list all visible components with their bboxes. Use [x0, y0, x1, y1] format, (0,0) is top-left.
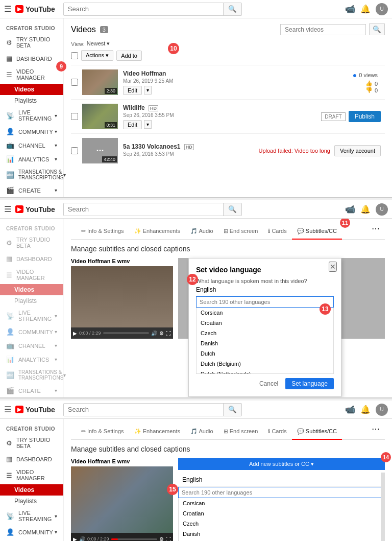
sidebar-item-analytics[interactable]: 📊 ANALYTICS ▾: [0, 152, 63, 166]
cancel-button[interactable]: Cancel: [255, 378, 282, 389]
sidebar-sub-videos-2[interactable]: Videos: [0, 284, 63, 295]
play-button-2[interactable]: ▶: [73, 331, 77, 336]
sidebar-sub-playlists-2[interactable]: Playlists: [0, 295, 63, 307]
sidebar-item-translations-2[interactable]: 🔤TRANSLATIONS & TRANSCRIPTIONS▾: [0, 366, 63, 384]
verify-account-button[interactable]: Verify account: [334, 145, 381, 156]
lang-item-corsican-3[interactable]: Corsican: [179, 498, 384, 508]
sidebar-item-community-3[interactable]: 👤COMMUNITY▾: [0, 525, 63, 539]
edit-button-1[interactable]: Edit: [123, 86, 142, 95]
hamburger-menu-2[interactable]: ☰: [4, 204, 11, 214]
lang-item-croatian[interactable]: Croatian: [197, 318, 333, 328]
search-button-1[interactable]: 🔍: [223, 3, 241, 15]
video-camera-icon-2[interactable]: 📹: [345, 204, 355, 214]
tab-cards-2[interactable]: ℹ Cards: [263, 224, 291, 240]
volume-button-3[interactable]: 🔊: [79, 536, 85, 542]
select-all-checkbox[interactable]: [71, 52, 78, 59]
lang-search-input[interactable]: [196, 296, 334, 308]
search-videos-input[interactable]: [280, 24, 366, 35]
sidebar-item-try-studio-2[interactable]: ⚙TRY STUDIO BETA: [0, 233, 63, 252]
sidebar-item-vm-2[interactable]: ☰VIDEO MANAGER: [0, 266, 63, 284]
video-camera-icon[interactable]: 📹: [345, 4, 355, 14]
lang-item-croatian-3[interactable]: Croatian: [179, 508, 384, 519]
edit-dropdown-2[interactable]: ▾: [144, 120, 152, 129]
lang-item-czech[interactable]: Czech: [197, 328, 333, 338]
sidebar-item-community-2[interactable]: 👤COMMUNITY▾: [0, 325, 63, 339]
avatar-3[interactable]: U: [376, 404, 388, 416]
tab-subtitles-2[interactable]: 💬 Subtitles/CC 11: [292, 224, 342, 240]
sidebar-item-create[interactable]: 🎬 CREATE ▾: [0, 183, 63, 197]
lang-item-dutch-3[interactable]: Dutch: [179, 539, 384, 541]
search-input-2[interactable]: [64, 203, 223, 216]
search-input-1[interactable]: [64, 3, 223, 15]
publish-button[interactable]: Publish: [349, 111, 381, 122]
sidebar-item-dashboard[interactable]: ▦ DASHBOARD: [0, 52, 63, 65]
sidebar-item-community[interactable]: 👤 COMMUNITY ▾: [0, 125, 63, 138]
actions-button[interactable]: Actions ▾: [81, 50, 113, 61]
hamburger-menu-3[interactable]: ☰: [4, 405, 11, 414]
sidebar-sub-playlists-3[interactable]: Playlists: [0, 496, 63, 507]
lang-item-danish-3[interactable]: Danish: [179, 529, 384, 539]
video-checkbox-1[interactable]: [71, 79, 78, 86]
sidebar-item-channel-3[interactable]: 📺CHANNEL▾: [0, 539, 63, 541]
sidebar-item-video-manager[interactable]: ☰ VIDEO MANAGER 9: [0, 65, 63, 84]
search-button-3[interactable]: 🔍: [223, 404, 241, 416]
sidebar-item-analytics-2[interactable]: 📊ANALYTICS▾: [0, 352, 63, 366]
scrollbar-3[interactable]: [381, 473, 385, 541]
sidebar-item-try-studio-3[interactable]: ⚙TRY STUDIO BETA: [0, 434, 63, 452]
sidebar-item-channel[interactable]: 📺 CHANNEL ▾: [0, 138, 63, 152]
tab-enhancements-3[interactable]: ✨ Enhancements: [129, 424, 185, 440]
settings-button-2[interactable]: ⚙: [159, 331, 164, 336]
search-button-2[interactable]: 🔍: [223, 203, 241, 216]
tab-subtitles-3[interactable]: 💬 Subtitles/CC: [292, 424, 342, 440]
sidebar-item-try-studio[interactable]: ⚙ TRY STUDIO BETA: [0, 33, 63, 52]
volume-button-2[interactable]: 🔊: [151, 331, 157, 336]
lang-item-danish[interactable]: Danish: [197, 338, 333, 348]
tab-audio-2[interactable]: 🎵 Audio: [185, 224, 218, 240]
lang-item-czech-3[interactable]: Czech: [179, 519, 384, 529]
hamburger-menu[interactable]: ☰: [4, 4, 11, 14]
sidebar-item-vm-3[interactable]: ☰VIDEO MANAGER: [0, 466, 63, 484]
play-button-3[interactable]: ▶: [73, 536, 77, 542]
tab-audio-3[interactable]: 🎵 Audio: [185, 424, 218, 440]
edit-button-2[interactable]: Edit: [123, 120, 142, 129]
add-subtitle-bar-3[interactable]: Add new subtitles or CC ▾ 14: [178, 458, 385, 470]
set-language-button[interactable]: Set language: [285, 378, 334, 389]
avatar-1[interactable]: U: [376, 3, 388, 15]
modal-close-button[interactable]: ✕: [329, 262, 337, 272]
lang-item-dutch-nl[interactable]: Dutch (Netherlands): [197, 369, 333, 374]
sidebar-sub-videos-3[interactable]: Videos: [0, 484, 63, 496]
video-checkbox-2[interactable]: [71, 113, 78, 120]
edit-dropdown-1[interactable]: ▾: [144, 86, 152, 95]
sidebar-item-create-2[interactable]: 🎬CREATE▾: [0, 384, 63, 397]
search-input-3[interactable]: [64, 404, 223, 416]
sidebar-item-dashboard-2[interactable]: ▦DASHBOARD: [0, 252, 63, 266]
tab-info-settings-2[interactable]: ✏ Info & Settings: [76, 224, 129, 240]
settings-button-3[interactable]: ⚙: [159, 536, 164, 542]
tab-enhancements-2[interactable]: ✨ Enhancements: [129, 224, 185, 240]
notification-icon-2[interactable]: 🔔: [360, 204, 371, 214]
tab-endscreen-2[interactable]: ⊞ End screen: [218, 224, 263, 240]
lang-item-dutch[interactable]: Dutch: [197, 348, 333, 359]
sidebar-item-channel-2[interactable]: 📺CHANNEL▾: [0, 339, 63, 352]
search-videos-button[interactable]: 🔍: [369, 23, 385, 35]
fullscreen-button-3[interactable]: ⛶: [166, 536, 171, 542]
sidebar-sub-videos[interactable]: Videos: [0, 84, 63, 95]
tab-info-settings-3[interactable]: ✏ Info & Settings: [76, 424, 129, 440]
video-checkbox-3[interactable]: [71, 147, 78, 154]
add-to-button[interactable]: Add to: [116, 51, 142, 61]
video-camera-icon-3[interactable]: 📹: [345, 405, 355, 414]
sidebar-item-live-2[interactable]: 📡LIVE STREAMING▾: [0, 307, 63, 325]
notification-icon[interactable]: 🔔: [360, 4, 371, 14]
sidebar-item-live[interactable]: 📡 LIVE STREAMING ▾: [0, 106, 63, 125]
sidebar-item-dashboard-3[interactable]: ▦DASHBOARD: [0, 452, 63, 466]
player-progress-2[interactable]: [103, 332, 149, 334]
lang-search-input-3[interactable]: [178, 487, 385, 498]
lang-item-corsican[interactable]: Corsican: [197, 308, 333, 318]
avatar-2[interactable]: U: [376, 203, 388, 216]
fullscreen-button-2[interactable]: ⛶: [166, 331, 171, 336]
tab-cards-3[interactable]: ℹ Cards: [263, 424, 291, 440]
lang-item-dutch-be[interactable]: Dutch (Belgium): [197, 359, 333, 369]
sidebar-item-translations[interactable]: 🔤 TRANSLATIONS & TRANSCRIPTIONS ▾: [0, 166, 63, 183]
player-progress-3[interactable]: [111, 538, 157, 540]
notification-icon-3[interactable]: 🔔: [360, 405, 371, 414]
